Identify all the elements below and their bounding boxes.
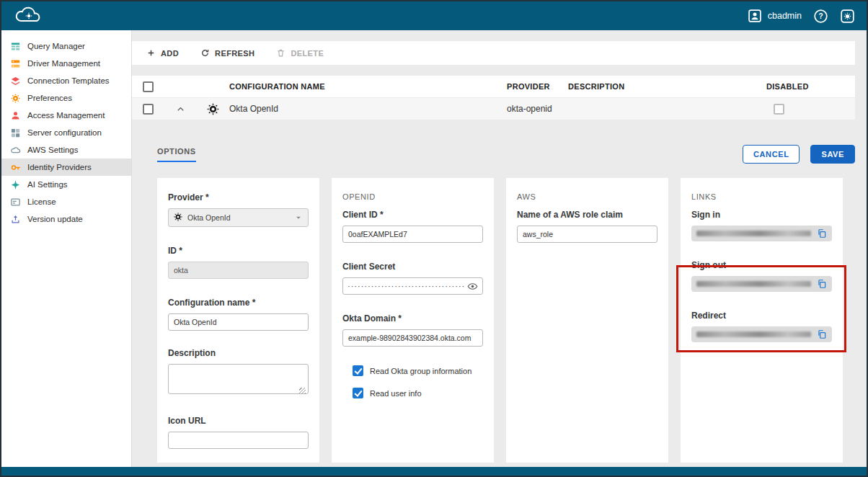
sidebar-item-version-update[interactable]: Version update (1, 210, 131, 228)
aws-role-claim-field[interactable] (517, 226, 657, 243)
query-manager-icon (10, 41, 21, 52)
column-header-description: DESCRIPTION (568, 82, 766, 91)
read-okta-group-label: Read Okta group information (370, 367, 471, 375)
delete-button[interactable]: DELETE (276, 48, 324, 58)
sidebar-item-access-management[interactable]: Access Management (1, 107, 131, 124)
row-disabled-checkbox[interactable] (774, 104, 784, 115)
bottom-bar (1, 467, 867, 476)
sidebar-item-query-manager[interactable]: Query Manager (1, 37, 131, 55)
configuration-name-label: Configuration name * (168, 298, 309, 308)
sidebar-item-label: AWS Settings (27, 146, 79, 154)
aws-settings-icon (10, 145, 21, 156)
description-field[interactable] (168, 364, 309, 394)
chevron-up-icon (175, 104, 186, 115)
row-checkbox[interactable] (143, 104, 154, 115)
table-header-row: CONFIGURATION NAME PROVIDER DESCRIPTION … (132, 76, 855, 98)
row-provider: okta-openid (507, 104, 568, 114)
sidebar-item-label: Query Manager (27, 42, 85, 50)
row-configuration-name: Okta OpenId (229, 104, 507, 114)
settings-gear-icon[interactable] (840, 9, 855, 24)
client-secret-label: Client Secret (342, 262, 483, 272)
openid-settings-card: OPENID Client ID * Client Secret ·······… (332, 178, 494, 463)
client-secret-masked-value: ········································… (347, 282, 464, 290)
okta-domain-label: Okta Domain * (342, 313, 483, 324)
sidebar-nav: Query Manager Driver Management Connecti… (1, 30, 132, 467)
sign-out-link-field (691, 276, 832, 292)
sidebar-item-label: Connection Templates (27, 76, 110, 85)
user-avatar-icon (748, 9, 762, 23)
access-management-icon (10, 110, 21, 121)
redirect-link-redacted-value (696, 331, 811, 337)
version-update-icon (10, 214, 21, 225)
copy-icon[interactable] (817, 329, 827, 339)
sidebar-item-preferences[interactable]: Preferences (1, 89, 131, 107)
id-field (168, 262, 309, 279)
tab-options[interactable]: OPTIONS (157, 147, 196, 162)
read-user-info-checkbox[interactable] (353, 388, 363, 398)
refresh-button[interactable]: REFRESH (200, 48, 254, 58)
identity-providers-icon (10, 162, 21, 173)
icon-url-field[interactable] (168, 432, 309, 449)
client-id-field[interactable] (342, 226, 483, 243)
configuration-name-field[interactable] (168, 313, 309, 331)
provider-select-value: Okta OpenId (187, 213, 231, 222)
sign-out-label: Sign out (691, 260, 832, 270)
delete-button-label: DELETE (291, 49, 324, 58)
refresh-icon (200, 48, 210, 58)
sidebar-item-aws-settings[interactable]: AWS Settings (1, 141, 131, 159)
connection-templates-icon (10, 76, 21, 86)
table-row[interactable]: Okta OpenId okta-openid (132, 98, 855, 120)
aws-role-claim-label: Name of a AWS role claim (517, 210, 657, 220)
sidebar-item-label: Identity Providers (27, 163, 92, 171)
okta-provider-icon (197, 102, 229, 116)
sign-in-link-field (691, 226, 832, 241)
description-label: Description (168, 348, 309, 358)
sidebar-item-driver-management[interactable]: Driver Management (1, 55, 131, 72)
client-secret-field[interactable]: ········································… (342, 277, 483, 295)
column-header-configuration-name: CONFIGURATION NAME (229, 82, 507, 91)
app-logo-cloud-icon (13, 6, 45, 25)
sidebar-item-label: Driver Management (27, 59, 100, 68)
read-okta-group-checkbox[interactable] (353, 365, 363, 376)
add-button-label: ADD (161, 49, 179, 58)
add-button[interactable]: ADD (146, 48, 179, 58)
select-all-checkbox[interactable] (143, 81, 154, 92)
sidebar-item-label: Access Management (27, 111, 105, 120)
sidebar-item-ai-settings[interactable]: AI Settings (1, 176, 131, 193)
sign-out-link-redacted-value (696, 281, 811, 287)
sidebar-item-label: Version update (27, 215, 83, 223)
options-bar: OPTIONS CANCEL SAVE (132, 142, 855, 166)
username-label: cbadmin (768, 11, 802, 21)
sign-in-label: Sign in (691, 210, 832, 220)
sidebar-item-label: Server configuration (27, 128, 102, 137)
sidebar-item-connection-templates[interactable]: Connection Templates (1, 72, 131, 89)
okta-domain-field[interactable] (342, 329, 483, 347)
trash-icon (276, 48, 285, 58)
save-button[interactable]: SAVE (810, 145, 855, 164)
sidebar-item-server-configuration[interactable]: Server configuration (1, 124, 131, 141)
eye-icon[interactable] (467, 281, 478, 292)
cancel-button[interactable]: CANCEL (743, 145, 800, 164)
aws-settings-card: AWS Name of a AWS role claim (506, 178, 668, 463)
providers-table: CONFIGURATION NAME PROVIDER DESCRIPTION … (132, 76, 855, 120)
copy-icon[interactable] (817, 228, 827, 239)
column-header-provider: PROVIDER (507, 82, 568, 91)
user-menu[interactable]: cbadmin (748, 9, 802, 23)
help-icon[interactable]: ? (813, 9, 828, 24)
general-settings-card: Provider * Okta OpenId ID * Configuratio… (157, 178, 319, 463)
copy-icon[interactable] (817, 279, 827, 289)
provider-select[interactable]: Okta OpenId (168, 208, 309, 227)
aws-heading: AWS (517, 192, 657, 201)
icon-url-label: Icon URL (168, 416, 309, 426)
preferences-icon (10, 93, 21, 104)
sidebar-item-license[interactable]: License (1, 193, 131, 210)
app-window: cbadmin ? Query Manager Driver Managemen… (0, 0, 868, 477)
column-header-disabled: DISABLED (766, 82, 855, 91)
sidebar-item-identity-providers[interactable]: Identity Providers (1, 159, 131, 176)
provider-label: Provider * (168, 192, 309, 202)
collapse-row-button[interactable] (164, 104, 197, 115)
sidebar-item-label: Preferences (27, 94, 72, 102)
redirect-link-field (691, 326, 832, 342)
server-configuration-icon (10, 128, 21, 138)
okta-provider-icon (173, 212, 183, 223)
